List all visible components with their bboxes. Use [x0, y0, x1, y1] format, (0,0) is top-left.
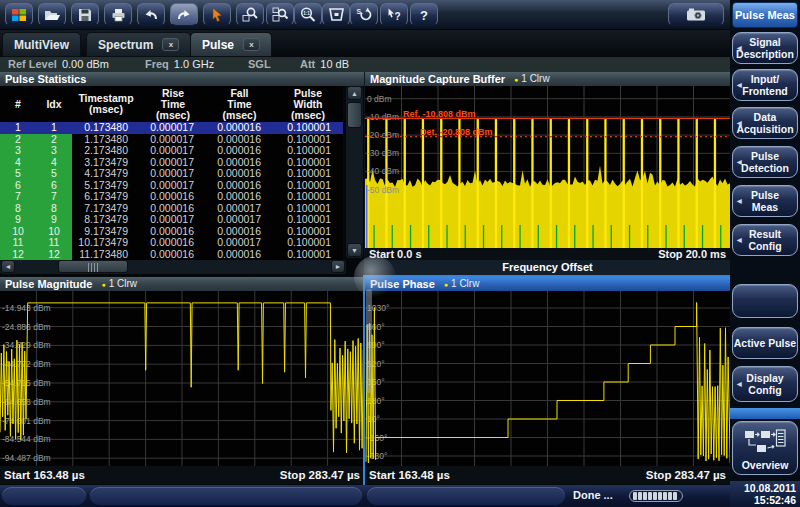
- scroll-down-icon[interactable]: ▼: [347, 243, 362, 257]
- help-button[interactable]: ?: [410, 3, 438, 26]
- table-cell: 0.100001: [273, 249, 343, 261]
- active-pulse-softkey[interactable]: Active Pulse: [732, 327, 798, 359]
- single-sweep-icon: S: [356, 7, 372, 22]
- table-cell: 0.100001: [273, 145, 343, 157]
- pulse-magnitude-titlebar[interactable]: Pulse Magnitude●1 Clrw: [0, 277, 364, 291]
- window-title: Magnitude Capture Buffer: [370, 74, 505, 85]
- scroll-right-icon[interactable]: ►: [331, 260, 345, 273]
- table-cell: 0.000017: [140, 168, 206, 180]
- blank-softkey[interactable]: [732, 284, 798, 318]
- context-help-button[interactable]: ?: [380, 3, 408, 26]
- pulse-detection-softkey[interactable]: ◀Pulse Detection: [732, 146, 798, 178]
- table-row[interactable]: 776.1734790.0000160.0000160.100001: [0, 191, 343, 203]
- table-cell: 3: [36, 145, 72, 157]
- table-cell: 6.173479: [72, 191, 140, 203]
- svg-text:-14.943 dBm: -14.943 dBm: [2, 303, 51, 313]
- magnitude-capture-titlebar[interactable]: Magnitude Capture Buffer●1 Clrw: [365, 72, 730, 86]
- progress-bar: [629, 490, 683, 502]
- pulse-phase-titlebar[interactable]: Pulse Phase●1 Clrw: [365, 277, 730, 291]
- pulse-meas-softkey[interactable]: ◀Pulse Meas: [732, 185, 798, 217]
- table-cell: 5: [36, 168, 72, 180]
- table-row[interactable]: 121211.1734800.0000160.0000160.100001: [0, 249, 343, 261]
- input-frontend-softkey[interactable]: ◀Input/ Frontend: [732, 69, 798, 101]
- att-value: 10 dB: [320, 58, 349, 70]
- scroll-up-icon[interactable]: ▲: [347, 86, 362, 100]
- table-row[interactable]: 332.1734800.0000170.0000160.100001: [0, 145, 343, 157]
- windows-start-button[interactable]: [5, 3, 33, 26]
- zoom-select-button[interactable]: [236, 3, 264, 26]
- table-cell: 4.173479: [72, 168, 140, 180]
- table-cell: 9: [0, 214, 36, 226]
- table-horizontal-scrollbar[interactable]: ◄ ►: [0, 260, 346, 274]
- scroll-left-icon[interactable]: ◄: [1, 260, 15, 273]
- table-cell: 0.100001: [273, 214, 343, 226]
- ref-level-label: Ref Level: [8, 58, 57, 70]
- svg-text:-34.829 dBm: -34.829 dBm: [2, 340, 51, 350]
- table-cell: 12: [0, 249, 36, 261]
- tab-multiview[interactable]: MultiView: [2, 32, 81, 57]
- overview-softkey[interactable]: Overview: [732, 421, 798, 475]
- table-row[interactable]: 111110.1734790.0000160.0000170.100001: [0, 237, 343, 249]
- table-row[interactable]: 998.1734790.0000170.0000170.100001: [0, 214, 343, 226]
- pulse-statistics-titlebar[interactable]: Pulse Statistics: [0, 72, 364, 86]
- trace-legend: 1 Clrw: [109, 279, 137, 289]
- display-config-softkey[interactable]: ◀Display Config: [732, 366, 798, 402]
- table-cell: 8.173479: [72, 214, 140, 226]
- data-acquisition-softkey[interactable]: ◀Data Acquisition: [732, 107, 798, 139]
- table-row[interactable]: 554.1734790.0000170.0000160.100001: [0, 168, 343, 180]
- table-row[interactable]: 110.1734800.0000170.0000160.100001: [0, 122, 343, 134]
- window-title: Pulse Magnitude: [5, 279, 92, 290]
- open-button[interactable]: [38, 3, 66, 26]
- pulse-magnitude-window: Pulse Magnitude●1 Clrw -14.943 dBm-24.88…: [0, 277, 364, 485]
- svg-text:Ref. -10.808 dBm: Ref. -10.808 dBm: [403, 109, 476, 119]
- save-button[interactable]: [71, 3, 99, 26]
- horizontal-scroll-thumb[interactable]: [58, 260, 128, 273]
- tab-spectrum[interactable]: Spectrumx: [86, 32, 191, 57]
- table-cell: 0.000016: [140, 249, 206, 261]
- zoom-select-icon: [242, 7, 258, 22]
- single-sweep-button[interactable]: S: [350, 3, 378, 26]
- table-cell: 12: [36, 249, 72, 261]
- zoom-multiple-button[interactable]: [266, 3, 294, 26]
- collapse-arrow-icon: ◀: [737, 234, 742, 246]
- table-vertical-scrollbar[interactable]: ▲ ▼: [346, 86, 363, 258]
- table-cell: 0.000017: [206, 237, 273, 249]
- tab-label: Spectrum: [98, 38, 153, 52]
- screenshot-camera-button[interactable]: [668, 3, 724, 26]
- close-tab-icon[interactable]: x: [243, 38, 260, 51]
- undo-button[interactable]: [137, 3, 165, 26]
- display-button[interactable]: [322, 3, 350, 26]
- column-header: Pulse Width (msec): [273, 86, 343, 122]
- freq-label: Freq: [145, 58, 169, 70]
- collapse-arrow-icon: ◀: [737, 42, 742, 54]
- frequency-offset-bar[interactable]: Frequency Offset: [365, 260, 730, 275]
- trace-legend-dot: ●: [101, 281, 105, 288]
- window-edge-scrollbar[interactable]: [366, 289, 372, 393]
- table-cell: 0.000017: [206, 214, 273, 226]
- x-stop-label: Stop 283.47 µs: [280, 469, 360, 481]
- softkey-label: Data Acquisition: [736, 111, 793, 135]
- softkey-label: Active Pulse: [734, 337, 796, 349]
- zoom-1-1-button[interactable]: 1:1: [294, 3, 322, 26]
- magnitude-capture-axis: Start 0.0 sStop 20.0 ms: [365, 248, 730, 260]
- table-cell: 0.100001: [273, 237, 343, 249]
- close-tab-icon[interactable]: x: [162, 38, 179, 51]
- table-cell: 2.173480: [72, 145, 140, 157]
- svg-text:Det. -20.808 dBm: Det. -20.808 dBm: [420, 127, 493, 137]
- table-cell: 0.000016: [206, 191, 273, 203]
- signal-description-softkey[interactable]: ◀Signal Description: [732, 32, 798, 64]
- svg-text:?: ?: [420, 8, 428, 23]
- vertical-scroll-thumb[interactable]: [347, 102, 362, 128]
- overview-flow-icon: [744, 429, 786, 457]
- result-config-softkey[interactable]: ◀Result Config: [732, 224, 798, 256]
- print-button[interactable]: [104, 3, 132, 26]
- table-cell: 11.173480: [72, 249, 140, 261]
- date-text: 10.08.2011: [730, 482, 796, 494]
- tab-pulse[interactable]: Pulsex: [190, 32, 272, 57]
- window-splitter-handle[interactable]: [354, 256, 396, 298]
- zoom-1-1-icon: 1:1: [300, 7, 316, 22]
- svg-text:-24.886 dBm: -24.886 dBm: [2, 322, 51, 332]
- select-pointer-button[interactable]: [203, 3, 231, 26]
- progress-segment: [643, 492, 647, 500]
- redo-button[interactable]: [170, 3, 198, 26]
